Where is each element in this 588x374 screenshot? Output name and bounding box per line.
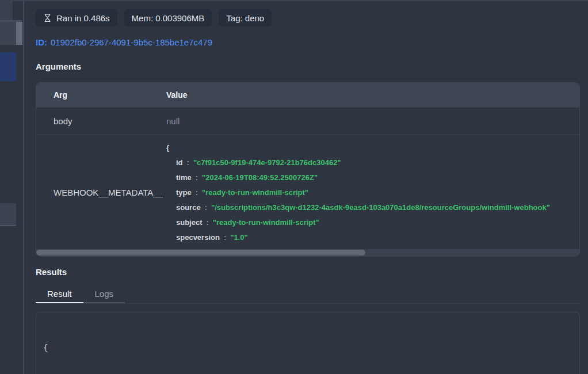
job-detail-panel: Ran in 0.486s Mem: 0.003906MB Tag: deno … bbox=[36, 0, 580, 374]
value-column-header: Value bbox=[166, 90, 188, 100]
results-tabbar: Result Logs bbox=[36, 286, 580, 304]
code-open-brace: { bbox=[43, 343, 48, 352]
job-id-row: ID:01902fb0-2967-4091-9b5c-185be1e7c479 bbox=[36, 37, 580, 47]
hourglass-icon bbox=[43, 13, 52, 22]
duration-badge: Ran in 0.486s bbox=[36, 9, 117, 26]
run-list-item[interactable] bbox=[0, 203, 16, 226]
arg-value-null: null bbox=[166, 116, 180, 126]
scrollbar-thumb[interactable] bbox=[36, 250, 365, 255]
job-id-value[interactable]: 01902fb0-2967-4091-9b5c-185be1e7c479 bbox=[51, 37, 212, 47]
run-list-item[interactable] bbox=[0, 22, 16, 45]
job-badges: Ran in 0.486s Mem: 0.003906MB Tag: deno bbox=[36, 9, 580, 26]
duration-badge-label: Ran in 0.486s bbox=[56, 13, 110, 23]
table-row: WEBHOOK__METADATA__ { id:"c7f91c50-9f19-… bbox=[36, 135, 579, 249]
run-list-item-selected[interactable] bbox=[0, 52, 16, 81]
tag-badge-label: Tag: deno bbox=[226, 13, 264, 23]
json-entry: source:"/subscriptions/h3c3qw-d1232-4asd… bbox=[176, 200, 579, 215]
tab-logs[interactable]: Logs bbox=[83, 286, 125, 303]
json-entry: specversion:"1.0" bbox=[176, 230, 579, 245]
webhook-metadata-json: { id:"c7f91c50-9f19-474e-9792-21b76dc304… bbox=[166, 135, 579, 249]
json-entry: subject:"ready-to-run-windmill-script" bbox=[176, 215, 579, 230]
table-row: body null bbox=[36, 107, 579, 135]
table-horizontal-scrollbar[interactable] bbox=[36, 249, 579, 256]
json-entry: time:"2024-06-19T08:49:52.2500726Z" bbox=[176, 170, 579, 185]
rail-separator bbox=[23, 0, 24, 374]
result-json-viewer: { "str": "default arg", "union": "Hello … bbox=[36, 312, 580, 374]
runs-rail bbox=[0, 0, 24, 374]
json-entry: type:"ready-to-run-windmill-script" bbox=[176, 185, 579, 200]
arg-name: WEBHOOK__METADATA__ bbox=[36, 135, 166, 249]
run-list-item[interactable] bbox=[0, 1, 13, 20]
tag-badge: Tag: deno bbox=[219, 9, 272, 26]
results-title: Results bbox=[36, 267, 580, 277]
rail-scrollbar-thumb[interactable] bbox=[16, 22, 22, 45]
job-id-label: ID: bbox=[36, 37, 47, 47]
tab-result[interactable]: Result bbox=[36, 286, 83, 303]
arguments-table-header: Arg Value bbox=[36, 83, 579, 107]
json-entry: id:"c7f91c50-9f19-474e-9792-21b76dc30462… bbox=[176, 155, 579, 170]
json-open-brace: { bbox=[166, 140, 579, 155]
memory-badge-label: Mem: 0.003906MB bbox=[132, 13, 205, 23]
memory-badge: Mem: 0.003906MB bbox=[124, 9, 212, 26]
arg-column-header: Arg bbox=[36, 90, 166, 100]
arguments-table: Arg Value body null WEBHOOK__METADATA__ … bbox=[36, 82, 580, 257]
arg-name: body bbox=[36, 116, 166, 126]
arguments-title: Arguments bbox=[36, 62, 580, 71]
json-entries: id:"c7f91c50-9f19-474e-9792-21b76dc30462… bbox=[166, 155, 579, 245]
